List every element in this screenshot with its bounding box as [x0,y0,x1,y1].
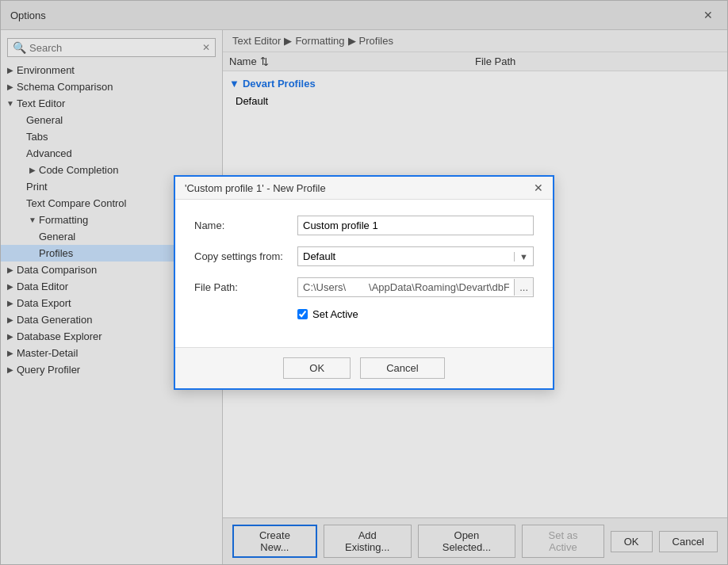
set-active-row: Set Active [194,308,534,320]
modal-body: Name: Copy settings from: Default ▼ File [175,200,553,347]
set-active-checkbox[interactable] [297,309,308,319]
modal-cancel-button[interactable]: Cancel [360,357,444,379]
filepath-wrapper: ... [297,277,534,297]
copy-settings-form-row: Copy settings from: Default ▼ [194,246,534,266]
modal-ok-button[interactable]: OK [283,357,351,379]
copy-settings-label: Copy settings from: [194,250,297,262]
modal-title-bar: 'Custom profile 1' - New Profile ✕ [175,177,553,200]
set-active-label: Set Active [312,308,358,320]
modal-footer: OK Cancel [175,347,553,388]
modal-title: 'Custom profile 1' - New Profile [185,182,326,194]
name-form-row: Name: [194,216,534,235]
filepath-input[interactable] [298,278,514,296]
new-profile-modal: 'Custom profile 1' - New Profile ✕ Name:… [174,175,554,390]
modal-close-button[interactable]: ✕ [534,181,543,194]
options-window: Options ✕ 🔍 ✕ ▶ Environment ▶ Schema Com… [0,0,728,565]
filepath-form-row: File Path: ... [194,277,534,297]
select-dropdown-arrow[interactable]: ▼ [514,252,533,262]
copy-settings-select-wrapper: Default ▼ [297,246,534,266]
modal-overlay: 'Custom profile 1' - New Profile ✕ Name:… [1,1,727,564]
filepath-browse-button[interactable]: ... [514,279,533,296]
filepath-label: File Path: [194,281,297,293]
name-label: Name: [194,220,297,231]
name-input[interactable] [297,216,534,235]
copy-settings-select[interactable]: Default [298,247,514,265]
